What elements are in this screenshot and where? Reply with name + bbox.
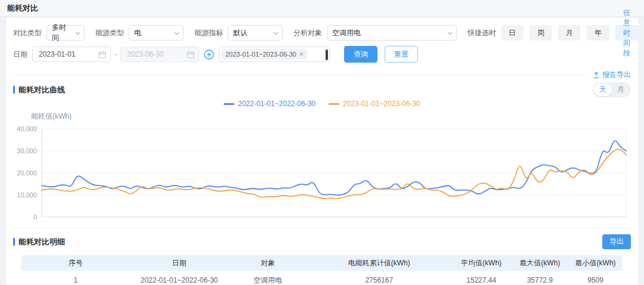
chart-section-header: 能耗对比曲线 天 月 <box>13 82 631 97</box>
compare-type-select[interactable]: 多时间 <box>47 25 85 41</box>
svg-text:40,000: 40,000 <box>17 125 37 132</box>
energy-type-select[interactable]: 电 <box>129 25 184 41</box>
svg-text:30,000: 30,000 <box>17 147 37 154</box>
section-bar <box>13 238 15 246</box>
col-total: 电能耗累计值(kWh) <box>307 255 451 271</box>
table-export-button[interactable]: 导出 <box>602 234 631 249</box>
granularity-month-tab[interactable]: 月 <box>612 83 630 96</box>
filter-row-1: 对比类型 多时间 能源类型 电 能源指标 默认 分析对象 空调用电 <box>13 25 631 41</box>
divider-line <box>13 75 587 75</box>
col-seq: 序号 <box>21 255 129 271</box>
granularity-day-tab[interactable]: 天 <box>594 83 612 96</box>
date-label: 日期 <box>13 49 27 60</box>
energy-indicator-label: 能源指标 <box>194 28 223 38</box>
calendar-icon <box>98 51 106 58</box>
chevron-down-icon <box>75 32 80 35</box>
date-range-tag: 2023-01-01~2023-06-30 × <box>222 49 307 60</box>
chart-legend: 2022-01-01~2022-06-30 2023-01-01~2023-06… <box>13 100 631 108</box>
quick-year-button[interactable]: 年 <box>587 25 609 41</box>
legend-dash-icon <box>329 103 339 105</box>
calendar-icon <box>187 51 194 58</box>
end-date-value: 2023-06-30 <box>127 50 163 58</box>
report-export-link[interactable]: 报告导出 <box>593 70 631 80</box>
section-divider <box>13 228 631 228</box>
quick-month-button[interactable]: 月 <box>558 25 581 41</box>
energy-indicator-value: 默认 <box>233 28 247 38</box>
col-max: 最大值(kWh) <box>511 255 568 271</box>
quick-week-button[interactable]: 周 <box>530 25 552 41</box>
plus-circle-icon <box>204 49 214 60</box>
table-section-title: 能耗对比明细 <box>13 237 65 247</box>
page-header: 能耗对比 <box>0 0 644 17</box>
reset-button[interactable]: 重置 <box>385 46 418 63</box>
energy-type-value: 电 <box>134 28 141 38</box>
legend-dash-icon <box>224 103 234 105</box>
end-date-input[interactable]: 2023-06-30 <box>120 47 199 62</box>
chevron-down-icon <box>447 32 453 35</box>
quick-anyrange-button[interactable]: 任意时间段 <box>615 25 638 41</box>
start-date-input[interactable]: 2023-01-01 <box>32 47 111 62</box>
compare-type-label: 对比类型 <box>13 28 42 38</box>
tagbox-scrollbar[interactable] <box>326 49 328 60</box>
analysis-object-value: 空调用电 <box>332 28 361 38</box>
analysis-object-select[interactable]: 空调用电 <box>327 25 457 41</box>
analysis-object-label: 分析对象 <box>293 28 322 38</box>
date-range-separator: - <box>114 50 117 58</box>
detail-table: 序号 日期 对象 电能耗累计值(kWh) 平均值(kWh) 最大值(kWh) 最… <box>21 255 623 285</box>
col-date: 日期 <box>129 255 228 271</box>
col-object: 对象 <box>229 255 307 271</box>
chevron-down-icon <box>174 32 179 35</box>
col-min: 最小值(kWh) <box>568 255 623 271</box>
export-icon <box>593 72 600 79</box>
detail-table-wrap: 序号 日期 对象 电能耗累计值(kWh) 平均值(kWh) 最大值(kWh) 最… <box>21 255 623 285</box>
page-title: 能耗对比 <box>7 3 38 14</box>
chart-section-title: 能耗对比曲线 <box>13 85 65 95</box>
table-row: 1 2022-01-01~2022-06-30 空调用电 2756167 152… <box>21 271 623 285</box>
chevron-down-icon <box>273 32 278 35</box>
legend-item-2023[interactable]: 2023-01-01~2023-06-30 <box>329 100 420 108</box>
start-date-value: 2023-01-01 <box>39 50 75 58</box>
svg-text:20,000: 20,000 <box>17 169 37 176</box>
quick-day-button[interactable]: 日 <box>501 25 524 41</box>
table-section-header: 能耗对比明细 导出 <box>13 234 631 249</box>
svg-text:10,000: 10,000 <box>17 191 37 199</box>
section-bar <box>13 86 15 94</box>
quick-select-label: 快捷选时 <box>467 28 496 38</box>
main-panel: 对比类型 多时间 能源类型 电 能源指标 默认 分析对象 空调用电 <box>6 18 638 285</box>
energy-indicator-select[interactable]: 默认 <box>228 25 283 41</box>
svg-text:0: 0 <box>33 213 37 221</box>
tag-close-icon[interactable]: × <box>299 51 304 58</box>
energy-type-label: 能源类型 <box>95 28 124 38</box>
query-button[interactable]: 查询 <box>344 46 377 63</box>
col-average: 平均值(kWh) <box>451 255 512 271</box>
divider-row: 报告导出 <box>13 70 631 80</box>
legend-item-2022[interactable]: 2022-01-01~2022-06-30 <box>224 100 315 108</box>
compare-type-value: 多时间 <box>52 23 72 43</box>
table-header-row: 序号 日期 对象 电能耗累计值(kWh) 平均值(kWh) 最大值(kWh) 最… <box>21 255 623 271</box>
filter-row-2: 日期 2023-01-01 - 2023-06-30 2023-01-01~20… <box>13 46 631 63</box>
granularity-toggle: 天 月 <box>593 82 631 97</box>
line-chart[interactable]: 010,00020,00030,00040,000 <box>13 123 631 225</box>
y-axis-label: 能耗值(kWh) <box>31 111 631 122</box>
range-tag-box[interactable]: 2023-01-01~2023-06-30 × <box>219 47 330 62</box>
add-range-button[interactable] <box>204 49 214 60</box>
